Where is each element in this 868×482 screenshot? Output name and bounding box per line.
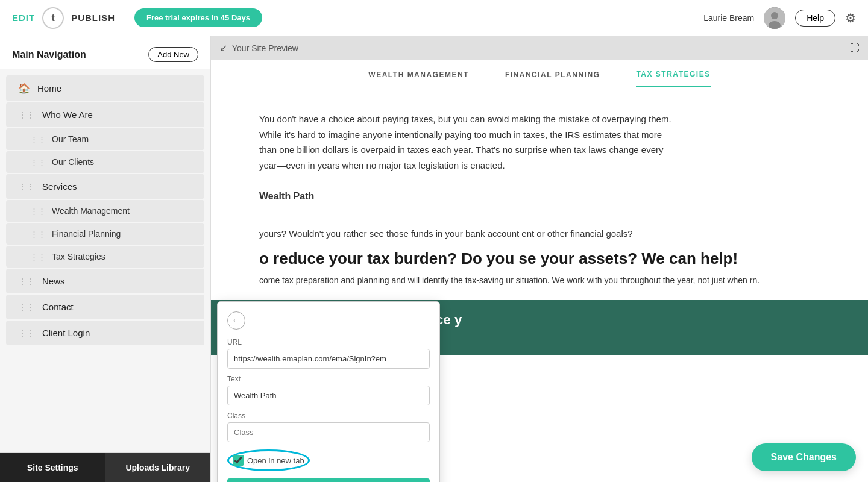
sidebar-item-services[interactable]: ⋮⋮ Services	[6, 174, 204, 199]
site-nav-tax-strategies[interactable]: TAX STRATEGIES	[636, 70, 710, 87]
sidebar-item-tax-strategies[interactable]: ⋮⋮ Tax Strategies	[6, 246, 204, 268]
drag-handle-icon: ⋮⋮	[18, 182, 35, 192]
save-changes-button[interactable]: Save Changes	[752, 443, 856, 471]
help-button[interactable]: Help	[795, 10, 835, 27]
open-new-tab-label: Open in new tab	[247, 456, 304, 465]
sidebar-item-client-login[interactable]: ⋮⋮ Client Login	[6, 321, 204, 345]
nav-list: 🏠 Home ⋮⋮ Who We Are ⋮⋮ Our Team ⋮⋮ Our …	[0, 69, 210, 452]
url-label: URL	[227, 338, 430, 346]
home-icon: 🏠	[18, 83, 30, 94]
drag-handle-icon: ⋮⋮	[18, 302, 35, 312]
text-input[interactable]	[227, 386, 430, 405]
text-label: Text	[227, 375, 430, 383]
preview-pane: ↙ Your Site Preview ⛶ WEALTH MANAGEMENT …	[211, 36, 868, 482]
open-new-tab-row: Open in new tab	[227, 449, 430, 471]
preview-bar: ↙ Your Site Preview ⛶	[211, 36, 868, 60]
sidebar-item-financial-planning[interactable]: ⋮⋮ Financial Planning	[6, 223, 204, 245]
sidebar-title: Main Navigation	[12, 49, 86, 60]
sidebar-item-our-clients[interactable]: ⋮⋮ Our Clients	[6, 151, 204, 173]
add-new-button[interactable]: Add New	[148, 47, 198, 62]
user-avatar[interactable]	[764, 7, 785, 29]
sidebar-item-our-team[interactable]: ⋮⋮ Our Team	[6, 128, 204, 150]
drag-handle-icon: ⋮⋮	[30, 207, 46, 216]
sidebar: Main Navigation Add New 🏠 Home ⋮⋮ Who We…	[0, 36, 211, 482]
trial-banner[interactable]: Free trial expires in 45 Days	[134, 8, 262, 27]
edit-button[interactable]: EDIT	[12, 13, 35, 23]
preview-bar-label: Your Site Preview	[232, 43, 298, 53]
drag-handle-icon: ⋮⋮	[30, 135, 46, 144]
sidebar-item-who-we-are[interactable]: ⋮⋮ Who We Are	[6, 102, 204, 127]
url-input[interactable]	[227, 349, 430, 369]
link-popup: ← URL Text Class Open in new tab Insert	[217, 301, 440, 482]
main-layout: Main Navigation Add New 🏠 Home ⋮⋮ Who We…	[0, 36, 868, 482]
sidebar-item-home[interactable]: 🏠 Home	[6, 75, 204, 101]
drag-handle-icon: ⋮⋮	[18, 110, 35, 120]
checkbox-highlight: Open in new tab	[227, 449, 310, 471]
expand-icon[interactable]: ⛶	[850, 43, 860, 54]
sidebar-header: Main Navigation Add New	[0, 36, 210, 69]
top-bar-left: EDIT t PUBLISH Free trial expires in 45 …	[12, 7, 262, 29]
drag-handle-icon: ⋮⋮	[30, 252, 46, 261]
top-bar: EDIT t PUBLISH Free trial expires in 45 …	[0, 0, 868, 36]
sidebar-item-contact[interactable]: ⋮⋮ Contact	[6, 295, 204, 319]
site-nav-wealth-management[interactable]: WEALTH MANAGEMENT	[368, 70, 469, 86]
class-label: Class	[227, 412, 430, 420]
wealth-path-link[interactable]: Wealth Path	[259, 191, 820, 202]
drag-handle-icon: ⋮⋮	[18, 328, 35, 338]
drag-handle-icon: ⋮⋮	[30, 230, 46, 239]
overlay-text-area: yours? Wouldn't you rather see those fun…	[211, 214, 868, 300]
insert-button[interactable]: Insert	[227, 478, 430, 482]
open-new-tab-checkbox[interactable]	[233, 455, 244, 466]
top-bar-right: Laurie Bream Help ⚙	[703, 7, 856, 29]
popup-back-button[interactable]: ←	[227, 311, 245, 330]
article-text: You don't have a choice about paying tax…	[259, 111, 681, 173]
notifications-icon[interactable]: ⚙	[845, 11, 856, 25]
overlay-body-1: yours? Wouldn't you rather see those fun…	[259, 226, 820, 242]
site-settings-button[interactable]: Site Settings	[0, 453, 105, 482]
article-section: You don't have a choice about paying tax…	[211, 87, 868, 214]
site-nav: WEALTH MANAGEMENT FINANCIAL PLANNING TAX…	[211, 60, 868, 87]
publish-button[interactable]: PUBLISH	[71, 13, 115, 23]
svg-point-1	[771, 12, 778, 19]
overlay-body-2: come tax preparation and planning and wi…	[259, 274, 820, 288]
sidebar-item-news[interactable]: ⋮⋮ News	[6, 269, 204, 293]
sidebar-item-wealth-management[interactable]: ⋮⋮ Wealth Management	[6, 200, 204, 222]
drag-handle-icon: ⋮⋮	[18, 277, 35, 286]
logo-circle[interactable]: t	[42, 7, 64, 29]
class-input[interactable]	[227, 422, 430, 442]
uploads-library-button[interactable]: Uploads Library	[105, 453, 211, 482]
preview-content: WEALTH MANAGEMENT FINANCIAL PLANNING TAX…	[211, 60, 868, 482]
user-name: Laurie Bream	[703, 13, 754, 23]
site-nav-financial-planning[interactable]: FINANCIAL PLANNING	[505, 70, 600, 86]
preview-back-icon[interactable]: ↙	[219, 42, 227, 54]
drag-handle-icon: ⋮⋮	[30, 158, 46, 167]
overlay-headline: o reduce your tax burden? Do you se your…	[259, 249, 820, 269]
sidebar-footer: Site Settings Uploads Library	[0, 452, 210, 482]
